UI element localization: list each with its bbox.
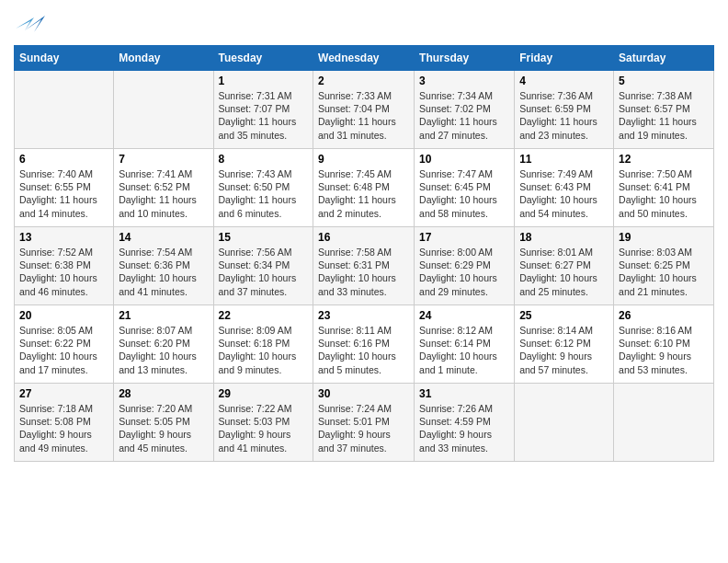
day-info: Sunrise: 7:34 AMSunset: 7:02 PMDaylight:… (419, 89, 509, 142)
day-cell-15: 15Sunrise: 7:56 AMSunset: 6:34 PMDayligh… (213, 227, 313, 305)
logo (14, 14, 45, 38)
day-info: Sunrise: 7:31 AMSunset: 7:07 PMDaylight:… (219, 89, 309, 142)
day-cell-31: 31Sunrise: 7:26 AMSunset: 4:59 PMDayligh… (415, 384, 515, 462)
calendar-header-row: SundayMondayTuesdayWednesdayThursdayFrid… (15, 46, 714, 71)
day-info: Sunrise: 7:43 AMSunset: 6:50 PMDaylight:… (219, 167, 309, 220)
day-info: Sunrise: 8:03 AMSunset: 6:25 PMDaylight:… (619, 246, 709, 298)
day-number: 24 (419, 309, 509, 322)
day-info: Sunrise: 8:07 AMSunset: 6:20 PMDaylight:… (119, 324, 208, 376)
day-cell-28: 28Sunrise: 7:20 AMSunset: 5:05 PMDayligh… (114, 384, 213, 462)
day-cell-27: 27Sunrise: 7:18 AMSunset: 5:08 PMDayligh… (15, 384, 114, 462)
day-number: 29 (219, 387, 309, 400)
empty-cell (515, 384, 614, 462)
day-cell-24: 24Sunrise: 8:12 AMSunset: 6:14 PMDayligh… (415, 305, 515, 384)
day-number: 18 (519, 231, 609, 244)
day-number: 26 (619, 309, 709, 322)
day-number: 5 (619, 75, 709, 87)
day-number: 15 (219, 231, 309, 244)
day-cell-10: 10Sunrise: 7:47 AMSunset: 6:45 PMDayligh… (415, 149, 515, 227)
day-info: Sunrise: 7:22 AMSunset: 5:03 PMDaylight:… (219, 402, 309, 454)
day-info: Sunrise: 7:58 AMSunset: 6:31 PMDaylight:… (318, 246, 409, 298)
col-header-thursday: Thursday (415, 46, 515, 71)
day-cell-29: 29Sunrise: 7:22 AMSunset: 5:03 PMDayligh… (213, 384, 313, 462)
col-header-saturday: Saturday (614, 46, 714, 71)
day-info: Sunrise: 8:16 AMSunset: 6:10 PMDaylight:… (619, 324, 709, 376)
day-cell-19: 19Sunrise: 8:03 AMSunset: 6:25 PMDayligh… (614, 227, 714, 305)
day-cell-26: 26Sunrise: 8:16 AMSunset: 6:10 PMDayligh… (614, 305, 714, 384)
day-info: Sunrise: 7:36 AMSunset: 6:59 PMDaylight:… (519, 89, 609, 142)
col-header-friday: Friday (515, 46, 614, 71)
day-number: 20 (19, 309, 108, 322)
empty-cell (114, 71, 213, 149)
day-info: Sunrise: 7:52 AMSunset: 6:38 PMDaylight:… (19, 246, 108, 298)
day-info: Sunrise: 8:14 AMSunset: 6:12 PMDaylight:… (519, 324, 609, 376)
svg-marker-1 (16, 17, 34, 30)
day-number: 25 (519, 309, 609, 322)
day-info: Sunrise: 8:05 AMSunset: 6:22 PMDaylight:… (19, 324, 108, 376)
day-number: 21 (119, 309, 208, 322)
day-info: Sunrise: 7:18 AMSunset: 5:08 PMDaylight:… (19, 402, 108, 454)
day-cell-14: 14Sunrise: 7:54 AMSunset: 6:36 PMDayligh… (114, 227, 213, 305)
day-cell-21: 21Sunrise: 8:07 AMSunset: 6:20 PMDayligh… (114, 305, 213, 384)
day-cell-9: 9Sunrise: 7:45 AMSunset: 6:48 PMDaylight… (313, 149, 415, 227)
day-cell-30: 30Sunrise: 7:24 AMSunset: 5:01 PMDayligh… (313, 384, 415, 462)
day-number: 7 (119, 153, 208, 166)
day-cell-18: 18Sunrise: 8:01 AMSunset: 6:27 PMDayligh… (515, 227, 614, 305)
day-cell-12: 12Sunrise: 7:50 AMSunset: 6:41 PMDayligh… (614, 149, 714, 227)
day-number: 16 (318, 231, 409, 244)
day-cell-3: 3Sunrise: 7:34 AMSunset: 7:02 PMDaylight… (415, 71, 515, 149)
day-cell-2: 2Sunrise: 7:33 AMSunset: 7:04 PMDaylight… (313, 71, 415, 149)
day-number: 2 (318, 75, 409, 87)
day-number: 27 (19, 387, 108, 400)
day-number: 8 (219, 153, 309, 166)
day-cell-6: 6Sunrise: 7:40 AMSunset: 6:55 PMDaylight… (15, 149, 114, 227)
day-info: Sunrise: 7:54 AMSunset: 6:36 PMDaylight:… (119, 246, 208, 298)
week-row-4: 20Sunrise: 8:05 AMSunset: 6:22 PMDayligh… (15, 305, 714, 384)
week-row-1: 1Sunrise: 7:31 AMSunset: 7:07 PMDaylight… (15, 71, 714, 149)
day-info: Sunrise: 7:24 AMSunset: 5:01 PMDaylight:… (318, 402, 409, 454)
day-cell-8: 8Sunrise: 7:43 AMSunset: 6:50 PMDaylight… (213, 149, 313, 227)
day-number: 1 (219, 75, 309, 87)
day-info: Sunrise: 8:01 AMSunset: 6:27 PMDaylight:… (519, 246, 609, 298)
day-cell-25: 25Sunrise: 8:14 AMSunset: 6:12 PMDayligh… (515, 305, 614, 384)
svg-marker-0 (25, 16, 45, 32)
day-number: 6 (19, 153, 108, 166)
week-row-5: 27Sunrise: 7:18 AMSunset: 5:08 PMDayligh… (15, 384, 714, 462)
day-cell-16: 16Sunrise: 7:58 AMSunset: 6:31 PMDayligh… (313, 227, 415, 305)
week-row-3: 13Sunrise: 7:52 AMSunset: 6:38 PMDayligh… (15, 227, 714, 305)
day-info: Sunrise: 7:49 AMSunset: 6:43 PMDaylight:… (519, 167, 609, 220)
logo-bird-icon (16, 12, 45, 38)
day-cell-1: 1Sunrise: 7:31 AMSunset: 7:07 PMDaylight… (213, 71, 313, 149)
day-cell-11: 11Sunrise: 7:49 AMSunset: 6:43 PMDayligh… (515, 149, 614, 227)
day-cell-17: 17Sunrise: 8:00 AMSunset: 6:29 PMDayligh… (415, 227, 515, 305)
day-cell-7: 7Sunrise: 7:41 AMSunset: 6:52 PMDaylight… (114, 149, 213, 227)
day-number: 13 (19, 231, 108, 244)
day-info: Sunrise: 7:26 AMSunset: 4:59 PMDaylight:… (419, 402, 509, 454)
day-cell-4: 4Sunrise: 7:36 AMSunset: 6:59 PMDaylight… (515, 71, 614, 149)
day-number: 22 (219, 309, 309, 322)
col-header-monday: Monday (114, 46, 213, 71)
empty-cell (15, 71, 114, 149)
day-info: Sunrise: 8:11 AMSunset: 6:16 PMDaylight:… (318, 324, 409, 376)
day-cell-22: 22Sunrise: 8:09 AMSunset: 6:18 PMDayligh… (213, 305, 313, 384)
day-number: 19 (619, 231, 709, 244)
day-info: Sunrise: 7:50 AMSunset: 6:41 PMDaylight:… (619, 167, 709, 220)
day-cell-5: 5Sunrise: 7:38 AMSunset: 6:57 PMDaylight… (614, 71, 714, 149)
day-info: Sunrise: 7:33 AMSunset: 7:04 PMDaylight:… (318, 89, 409, 142)
day-info: Sunrise: 7:38 AMSunset: 6:57 PMDaylight:… (619, 89, 709, 142)
day-cell-20: 20Sunrise: 8:05 AMSunset: 6:22 PMDayligh… (15, 305, 114, 384)
page-header (14, 9, 714, 38)
day-info: Sunrise: 7:47 AMSunset: 6:45 PMDaylight:… (419, 167, 509, 220)
col-header-sunday: Sunday (15, 46, 114, 71)
day-number: 10 (419, 153, 509, 166)
day-cell-13: 13Sunrise: 7:52 AMSunset: 6:38 PMDayligh… (15, 227, 114, 305)
day-number: 9 (318, 153, 409, 166)
day-number: 12 (619, 153, 709, 166)
day-number: 4 (519, 75, 609, 87)
day-info: Sunrise: 8:12 AMSunset: 6:14 PMDaylight:… (419, 324, 509, 376)
day-info: Sunrise: 7:56 AMSunset: 6:34 PMDaylight:… (219, 246, 309, 298)
day-number: 30 (318, 387, 409, 400)
calendar-table: SundayMondayTuesdayWednesdayThursdayFrid… (14, 45, 714, 462)
day-info: Sunrise: 7:20 AMSunset: 5:05 PMDaylight:… (119, 402, 208, 454)
day-info: Sunrise: 8:09 AMSunset: 6:18 PMDaylight:… (219, 324, 309, 376)
